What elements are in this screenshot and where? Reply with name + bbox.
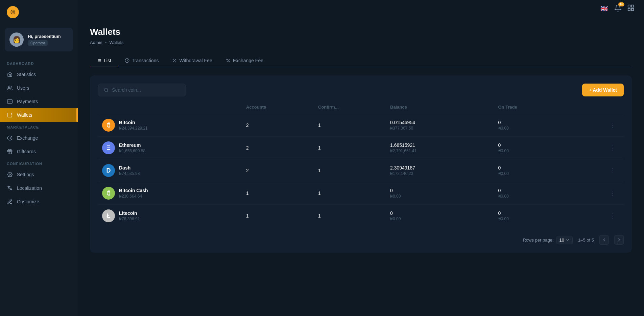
col-header-ontrade: On Trade <box>498 105 606 110</box>
table-row[interactable]: D Dash ₦74,535.98 2 1 2.30949187 ₦172,14… <box>98 159 624 182</box>
coin-cell: ₿ Bitcoin ₦24,394,229.21 <box>102 119 246 132</box>
wallets-card: + Add Wallet Accounts Confirm... Balance… <box>90 75 632 253</box>
row-actions-menu[interactable]: ⋮ <box>606 189 620 197</box>
svg-rect-8 <box>628 5 630 7</box>
page-prev-button[interactable] <box>599 235 609 245</box>
coin-cell: Ξ Ethereum ₦1,656,609.88 <box>102 141 246 154</box>
sidebar: © 👩 Hi, praesentium Operator DASHBOARD S… <box>0 0 78 316</box>
main-content: 🇬🇧 9+ Wallets Admin • Wallets List Trans… <box>78 0 644 316</box>
col-header-accounts: Accounts <box>246 105 318 110</box>
user-greeting: Hi, praesentium <box>28 34 61 39</box>
svg-rect-9 <box>631 5 634 7</box>
coin-on-trade: 0 ₦0.00 <box>498 142 606 153</box>
coin-on-trade: 0 ₦0.00 <box>498 120 606 131</box>
coin-balance: 0 ₦0.00 <box>390 210 498 221</box>
sidebar-item-settings[interactable]: Settings <box>0 168 78 181</box>
notifications-bell[interactable]: 9+ <box>614 4 622 13</box>
notification-badge: 9+ <box>618 2 624 6</box>
sidebar-item-wallets[interactable]: Wallets <box>0 108 78 122</box>
row-actions-menu[interactable]: ⋮ <box>606 167 620 174</box>
language-flag[interactable]: 🇬🇧 <box>599 5 609 12</box>
col-header-confirm: Confirm... <box>318 105 390 110</box>
chevron-down-icon <box>566 238 570 242</box>
sidebar-item-giftcards[interactable]: Giftcards <box>0 145 78 158</box>
table-row[interactable]: Ξ Ethereum ₦1,656,609.88 2 1 1.68515921 … <box>98 136 624 159</box>
table-row[interactable]: ₿ Bitcoin ₦24,394,229.21 2 1 0.01546954 … <box>98 114 624 136</box>
coin-accounts: 1 <box>246 213 318 219</box>
coin-info: Ethereum ₦1,656,609.88 <box>119 142 145 153</box>
svg-line-26 <box>107 91 108 92</box>
coin-balance: 2.30949187 ₦172,140.23 <box>390 165 498 176</box>
tab-exchange-fee[interactable]: Exchange Fee <box>219 54 270 67</box>
coin-icon: D <box>102 164 115 177</box>
breadcrumb-parent[interactable]: Admin <box>90 40 102 45</box>
row-actions-menu[interactable]: ⋮ <box>606 144 620 152</box>
sidebar-item-payments[interactable]: Payments <box>0 95 78 108</box>
coin-name: Ethereum <box>119 142 145 148</box>
row-actions-menu[interactable]: ⋮ <box>606 212 620 220</box>
coin-icon: ₿ <box>102 187 115 200</box>
coin-accounts: 2 <box>246 122 318 128</box>
coin-balance: 1.68515921 ₦2,791,651.41 <box>390 142 498 153</box>
svg-point-21 <box>175 61 176 62</box>
pagination: Rows per page: 10 1–5 of 5 <box>98 235 624 245</box>
sidebar-section-configuration: CONFIGURATION <box>0 158 78 168</box>
tab-transactions[interactable]: Transactions <box>118 54 166 67</box>
coin-confirm: 1 <box>318 190 390 196</box>
svg-rect-1 <box>7 100 13 104</box>
wallets-toolbar: + Add Wallet <box>98 84 624 96</box>
sidebar-section-marketplace: MARKETPLACE <box>0 122 78 131</box>
breadcrumb-separator: • <box>105 40 107 45</box>
sidebar-item-statistics[interactable]: Statistics <box>0 68 78 81</box>
sidebar-section-dashboard: DASHBOARD <box>0 58 78 68</box>
coin-balance: 0.01546954 ₦377,367.50 <box>390 120 498 131</box>
sidebar-item-users[interactable]: Users <box>0 81 78 95</box>
coin-on-trade: 0 ₦0.00 <box>498 165 606 176</box>
rows-per-page-select[interactable]: 10 <box>556 236 573 244</box>
coin-cell: Ł Litecoin ₦76,396.91 <box>102 209 246 222</box>
sidebar-item-label: Localization <box>17 185 42 191</box>
page-title: Wallets <box>90 27 632 37</box>
svg-point-23 <box>226 59 228 60</box>
sidebar-item-customize[interactable]: Customize <box>0 195 78 208</box>
tab-withdrawal-fee[interactable]: Withdrawal Fee <box>165 54 219 67</box>
breadcrumb: Admin • Wallets <box>90 40 632 45</box>
tab-withdrawal-fee-label: Withdrawal Fee <box>179 58 212 63</box>
table-row[interactable]: Ł Litecoin ₦76,396.91 1 1 0 ₦0.00 0 ₦0.0… <box>98 204 624 227</box>
card-icon <box>7 98 13 105</box>
coin-cell: ₿ Bitcoin Cash ₦230,664.64 <box>102 187 246 200</box>
table-row[interactable]: ₿ Bitcoin Cash ₦230,664.64 1 1 0 ₦0.00 0… <box>98 182 624 204</box>
home-icon <box>7 71 13 77</box>
add-wallet-button[interactable]: + Add Wallet <box>582 84 624 96</box>
customize-icon <box>7 199 13 205</box>
sidebar-item-localization[interactable]: Localization <box>0 181 78 195</box>
avatar: 👩 <box>9 32 24 47</box>
coin-confirm: 1 <box>318 168 390 173</box>
coin-fiat-value: ₦76,396.91 <box>119 217 140 221</box>
coin-icon: ₿ <box>102 119 115 132</box>
page-next-button[interactable] <box>614 235 624 245</box>
table-header: Accounts Confirm... Balance On Trade <box>98 105 624 114</box>
svg-point-3 <box>11 115 11 115</box>
coin-accounts: 2 <box>246 145 318 151</box>
tab-list[interactable]: List <box>90 54 118 67</box>
grid-icon[interactable] <box>627 4 635 13</box>
rows-per-page-label: Rows per page: <box>523 238 553 243</box>
search-input[interactable] <box>112 87 180 93</box>
user-info: Hi, praesentium Operator <box>28 34 61 46</box>
sidebar-item-label: Payments <box>17 99 38 104</box>
page-content: Wallets Admin • Wallets List Transaction… <box>78 17 644 316</box>
tab-transactions-label: Transactions <box>132 58 159 63</box>
coin-balance: 0 ₦0.00 <box>390 188 498 199</box>
sidebar-item-label: Exchange <box>17 135 38 141</box>
topbar: 🇬🇧 9+ <box>78 0 644 17</box>
page-info: 1–5 of 5 <box>578 238 594 243</box>
search-box[interactable] <box>98 84 186 96</box>
breadcrumb-current: Wallets <box>109 40 123 45</box>
coin-icon: Ł <box>102 209 115 222</box>
coin-fiat-value: ₦74,535.98 <box>119 171 140 176</box>
sidebar-item-exchange[interactable]: Exchange <box>0 131 78 145</box>
coin-cell: D Dash ₦74,535.98 <box>102 164 246 177</box>
row-actions-menu[interactable]: ⋮ <box>606 121 620 129</box>
sidebar-logo: © <box>0 0 78 24</box>
